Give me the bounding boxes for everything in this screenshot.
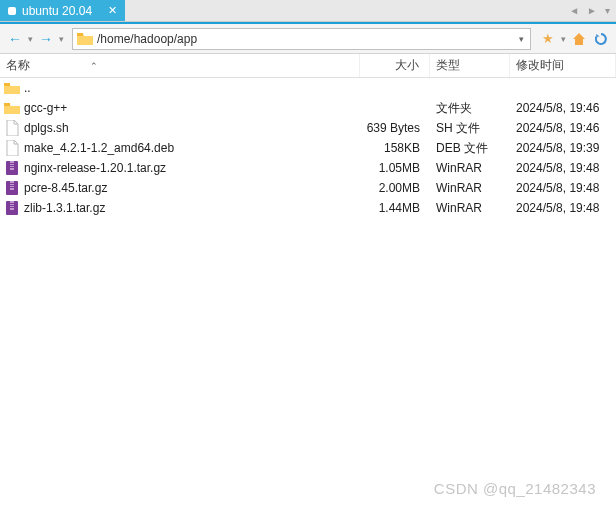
nav-back-icon[interactable]: ← xyxy=(6,31,24,47)
tab-indicator-icon xyxy=(8,7,16,15)
file-row[interactable]: dplgs.sh639 BytesSH 文件2024/5/8, 19:46 xyxy=(0,118,616,138)
home-icon[interactable] xyxy=(570,30,588,48)
svg-rect-1 xyxy=(4,83,10,86)
file-name: make_4.2.1-1.2_amd64.deb xyxy=(24,141,174,155)
next-tab-icon[interactable]: ► xyxy=(587,5,597,16)
titlebar-controls: ◄ ► ▾ xyxy=(569,5,610,16)
archive-icon xyxy=(4,200,20,216)
nav-back-dropdown-icon[interactable]: ▾ xyxy=(28,34,33,44)
folder-up-icon xyxy=(4,80,20,96)
column-type[interactable]: 类型 xyxy=(430,54,510,77)
sh-icon xyxy=(4,120,20,136)
column-headers: 名称 ⌃ 大小 类型 修改时间 xyxy=(0,54,616,78)
bookmark-icon[interactable]: ★ xyxy=(539,30,557,48)
svg-rect-6 xyxy=(10,165,14,166)
file-name: .. xyxy=(24,81,31,95)
file-type: 文件夹 xyxy=(430,100,510,117)
column-size-label: 大小 xyxy=(395,57,419,74)
column-name-label: 名称 xyxy=(6,57,30,74)
file-size: 1.44MB xyxy=(360,201,430,215)
file-size: 158KB xyxy=(360,141,430,155)
watermark: CSDN @qq_21482343 xyxy=(434,480,596,497)
archive-icon xyxy=(4,160,20,176)
file-date: 2024/5/8, 19:46 xyxy=(510,101,616,115)
file-name: zlib-1.3.1.tar.gz xyxy=(24,201,105,215)
column-date-label: 修改时间 xyxy=(516,57,564,74)
folder-icon xyxy=(4,100,20,116)
path-text: /home/hadoop/app xyxy=(97,32,517,46)
file-row[interactable]: gcc-g++文件夹2024/5/8, 19:46 xyxy=(0,98,616,118)
file-list: ..gcc-g++文件夹2024/5/8, 19:46dplgs.sh639 B… xyxy=(0,78,616,218)
archive-icon xyxy=(4,180,20,196)
refresh-icon[interactable] xyxy=(592,30,610,48)
column-date[interactable]: 修改时间 xyxy=(510,54,616,77)
tab-menu-icon[interactable]: ▾ xyxy=(605,5,610,16)
column-size[interactable]: 大小 xyxy=(360,54,430,77)
path-bar[interactable]: /home/hadoop/app ▾ xyxy=(72,28,531,50)
file-date: 2024/5/8, 19:48 xyxy=(510,161,616,175)
column-type-label: 类型 xyxy=(436,57,460,74)
file-size: 639 Bytes xyxy=(360,121,430,135)
svg-rect-5 xyxy=(10,163,14,164)
svg-rect-10 xyxy=(10,183,14,184)
svg-rect-12 xyxy=(10,187,14,188)
file-date: 2024/5/8, 19:39 xyxy=(510,141,616,155)
path-folder-icon xyxy=(77,32,93,46)
close-icon[interactable]: ✕ xyxy=(108,4,117,17)
file-type: WinRAR xyxy=(430,201,510,215)
toolbar: ← ▾ → ▾ /home/hadoop/app ▾ ★ ▾ xyxy=(0,24,616,54)
connection-tab[interactable]: ubuntu 20.04 ✕ xyxy=(0,0,125,21)
file-row[interactable]: nginx-release-1.20.1.tar.gz1.05MBWinRAR2… xyxy=(0,158,616,178)
file-name: gcc-g++ xyxy=(24,101,67,115)
file-row[interactable]: pcre-8.45.tar.gz2.00MBWinRAR2024/5/8, 19… xyxy=(0,178,616,198)
file-size: 1.05MB xyxy=(360,161,430,175)
svg-rect-17 xyxy=(10,207,14,208)
svg-rect-15 xyxy=(10,203,14,204)
file-type: WinRAR xyxy=(430,181,510,195)
nav-forward-icon[interactable]: → xyxy=(37,31,55,47)
svg-rect-16 xyxy=(10,205,14,206)
file-date: 2024/5/8, 19:46 xyxy=(510,121,616,135)
column-name[interactable]: 名称 ⌃ xyxy=(0,54,360,77)
svg-rect-0 xyxy=(77,33,83,36)
file-row[interactable]: zlib-1.3.1.tar.gz1.44MBWinRAR2024/5/8, 1… xyxy=(0,198,616,218)
svg-rect-2 xyxy=(4,103,10,106)
bookmark-dropdown-icon[interactable]: ▾ xyxy=(561,34,566,44)
file-name: nginx-release-1.20.1.tar.gz xyxy=(24,161,166,175)
file-name: pcre-8.45.tar.gz xyxy=(24,181,107,195)
file-type: DEB 文件 xyxy=(430,140,510,157)
nav-forward-dropdown-icon[interactable]: ▾ xyxy=(59,34,64,44)
file-size: 2.00MB xyxy=(360,181,430,195)
sort-indicator-icon: ⌃ xyxy=(90,61,98,71)
file-type: SH 文件 xyxy=(430,120,510,137)
tab-title: ubuntu 20.04 xyxy=(22,4,92,18)
prev-tab-icon[interactable]: ◄ xyxy=(569,5,579,16)
file-date: 2024/5/8, 19:48 xyxy=(510,181,616,195)
file-type: WinRAR xyxy=(430,161,510,175)
svg-rect-11 xyxy=(10,185,14,186)
file-date: 2024/5/8, 19:48 xyxy=(510,201,616,215)
file-row[interactable]: .. xyxy=(0,78,616,98)
titlebar: ubuntu 20.04 ✕ ◄ ► ▾ xyxy=(0,0,616,22)
deb-icon xyxy=(4,140,20,156)
path-dropdown-icon[interactable]: ▾ xyxy=(517,34,526,44)
file-name: dplgs.sh xyxy=(24,121,69,135)
svg-rect-7 xyxy=(10,167,14,168)
file-row[interactable]: make_4.2.1-1.2_amd64.deb158KBDEB 文件2024/… xyxy=(0,138,616,158)
